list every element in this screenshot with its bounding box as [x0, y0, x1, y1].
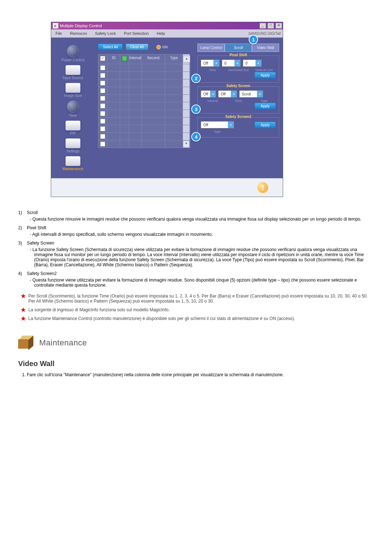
table-row[interactable]: [98, 94, 190, 102]
row-checkbox[interactable]: [100, 81, 105, 86]
row-checkbox[interactable]: [100, 141, 105, 147]
table-row[interactable]: [98, 87, 190, 94]
menu-file[interactable]: File: [53, 30, 64, 36]
table-row[interactable]: [98, 71, 190, 79]
note-line: ★La funzione Maintenance Control (contro…: [18, 316, 374, 321]
image-size-icon: [65, 83, 81, 93]
pixel-shift-time-dropdown[interactable]: Off▾: [201, 59, 220, 67]
item-title: Pixel Shift: [27, 225, 46, 230]
section-title: Maintenance: [39, 338, 87, 348]
app-screenshot: ◧ Multiple Display Control _ □ ✕ File Re…: [51, 22, 283, 197]
row-checkbox[interactable]: [100, 111, 105, 116]
close-button[interactable]: ✕: [275, 23, 282, 29]
row-checkbox[interactable]: [100, 119, 105, 124]
sidebar-item-time[interactable]: Time: [67, 100, 79, 118]
annotation-1: 1: [249, 35, 258, 44]
table-row[interactable]: [98, 110, 190, 117]
row-checkbox[interactable]: [100, 96, 105, 101]
table-row[interactable]: ▼: [98, 140, 190, 148]
pixel-shift-hdot-dropdown[interactable]: 0▾: [222, 59, 241, 67]
col-id: ID: [107, 54, 120, 64]
row-checkbox[interactable]: [100, 134, 105, 139]
group-safety-screen: Safety Screen Off▾ Off▾ Scroll▾ Interval…: [197, 86, 279, 114]
safety-apply-button[interactable]: Apply: [254, 103, 276, 110]
chevron-down-icon: ▾: [228, 122, 234, 128]
tab-lamp-control[interactable]: Lamp Control: [197, 44, 225, 52]
pixel-shift-vline-dropdown[interactable]: 0▾: [243, 59, 262, 67]
chevron-down-icon: ▾: [213, 60, 219, 66]
minimize-button[interactable]: _: [260, 23, 266, 29]
warning-icon: !: [257, 182, 268, 193]
safety2-apply-button[interactable]: Apply: [254, 122, 276, 128]
item-body: La funzione Safety Screen (Schermata di …: [34, 247, 374, 267]
table-row[interactable]: [98, 125, 190, 132]
sidebar-item-maintenance[interactable]: Maintenance: [62, 156, 83, 171]
col-interval: Interval: [129, 54, 142, 64]
header-checkbox[interactable]: [100, 56, 105, 61]
window-controls: _ □ ✕: [259, 23, 282, 29]
subsection-title: Video Wall: [18, 360, 374, 368]
scroll-down-button[interactable]: ▼: [183, 141, 189, 147]
list-item: Fare clic sull'icona "Maintenance" (manu…: [27, 372, 374, 377]
table-row[interactable]: [98, 117, 190, 125]
maintenance-panel: 1 Lamp Control Scroll Video Wall Pixel S…: [194, 38, 283, 178]
idle-dot-icon: [156, 45, 161, 49]
power-icon: [67, 45, 79, 57]
menu-port-selection[interactable]: Port Selection: [122, 30, 151, 36]
screenshot-footer: !: [51, 178, 283, 197]
annotation-3: 3: [191, 104, 201, 114]
maximize-button[interactable]: □: [268, 23, 274, 29]
sidebar-item-power-control[interactable]: Power Control: [61, 45, 84, 62]
menu-safety-lock[interactable]: Safety Lock: [93, 30, 118, 36]
tab-scroll[interactable]: Scroll: [225, 44, 252, 52]
safety-time-dropdown[interactable]: Off▾: [218, 90, 237, 98]
pixel-shift-apply-button[interactable]: Apply: [254, 72, 276, 79]
item-number: 4): [18, 271, 27, 276]
menu-help[interactable]: Help: [155, 30, 167, 36]
clear-all-button[interactable]: Clear All: [126, 44, 148, 50]
input-source-icon: [65, 65, 81, 75]
item-body: Questa funzione viene utilizzata per evi…: [34, 278, 374, 288]
annotation-2: 2: [191, 74, 201, 83]
table-row[interactable]: [98, 64, 190, 71]
sidebar-item-input-source[interactable]: Input Source: [62, 65, 83, 80]
pip-icon: [65, 120, 81, 131]
table-row[interactable]: [98, 132, 190, 140]
chevron-down-icon: ▾: [210, 91, 216, 97]
menu-bar: File Remocon Safety Lock Port Selection …: [51, 29, 283, 38]
star-icon: ★: [20, 294, 26, 299]
select-all-button[interactable]: Select All: [98, 44, 122, 50]
chevron-down-icon: ▾: [231, 91, 237, 97]
chevron-down-icon: ▾: [257, 91, 263, 97]
row-checkbox[interactable]: [100, 126, 105, 131]
document-body: 1)Scroll Questa funzione rimuove le imma…: [18, 210, 374, 377]
table-row[interactable]: [98, 79, 190, 87]
title-bar: ◧ Multiple Display Control _ □ ✕: [51, 22, 283, 29]
safety-type-dropdown[interactable]: Scroll▾: [239, 90, 263, 98]
tab-video-wall[interactable]: Video Wall: [252, 44, 279, 52]
row-checkbox[interactable]: [100, 73, 105, 78]
idle-indicator: Idle: [156, 45, 168, 49]
col-m-icon: [122, 56, 127, 61]
table-row[interactable]: [98, 102, 190, 110]
safety-interval-dropdown[interactable]: Off▾: [201, 90, 216, 98]
menu-remocon[interactable]: Remocon: [68, 30, 89, 36]
sidebar-item-image-size[interactable]: Image Size: [64, 83, 82, 98]
table-rows: ▼: [98, 64, 190, 148]
item-number: 1): [18, 210, 27, 215]
chevron-down-icon: ▾: [256, 60, 261, 66]
row-checkbox[interactable]: [100, 88, 105, 93]
annotation-4: 4: [191, 132, 201, 141]
main-area: Select All Clear All Idle ID Interval Se…: [94, 38, 194, 178]
item-body: Agli intervalli di tempo specificati, su…: [34, 232, 374, 237]
settings-icon: [65, 138, 81, 148]
sidebar-item-settings[interactable]: Settings: [65, 138, 81, 153]
scroll-up-button[interactable]: ▲: [183, 56, 190, 62]
sidebar-item-pip[interactable]: PIP: [65, 120, 81, 135]
safety2-type-dropdown[interactable]: Off▾: [201, 121, 234, 128]
row-checkbox[interactable]: [100, 103, 105, 108]
item-title: Safety Screen2: [27, 271, 57, 276]
col-second: Second: [142, 54, 165, 64]
row-checkbox[interactable]: [100, 65, 105, 70]
chevron-down-icon: ▾: [234, 60, 240, 66]
